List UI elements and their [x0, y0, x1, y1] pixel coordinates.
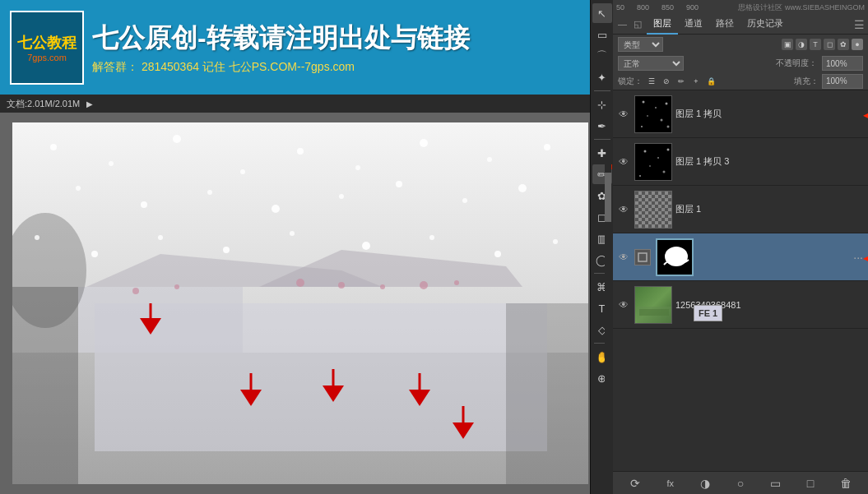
- svg-point-61: [644, 150, 647, 152]
- tool-separator-1: [594, 90, 610, 91]
- banner-subtitle: 解答群： 281450364 记住 七公PS.COM--7gps.com: [92, 60, 591, 75]
- scroll-thumb[interactable]: [605, 173, 611, 222]
- tab-paths[interactable]: 路径: [709, 15, 740, 35]
- layer-3-visibility[interactable]: 👁: [616, 202, 631, 217]
- svg-point-19: [141, 201, 147, 208]
- banner-title: 七公原创-转载请注明出处与链接: [92, 21, 591, 57]
- layer-item-3[interactable]: 👁 图层 1: [613, 186, 868, 233]
- fx-btn[interactable]: fx: [661, 474, 680, 492]
- panel-expand[interactable]: ◱: [632, 19, 643, 30]
- svg-point-29: [223, 247, 230, 253]
- tab-layers[interactable]: 图层: [647, 15, 678, 35]
- svg-point-24: [462, 198, 467, 203]
- svg-point-32: [429, 235, 434, 240]
- svg-point-35: [132, 288, 139, 294]
- right-ruler-800: 800: [637, 3, 649, 12]
- mask-btn[interactable]: ◑: [696, 474, 714, 492]
- svg-point-54: [655, 107, 657, 108]
- layer-type-select[interactable]: 类型: [618, 37, 663, 52]
- layer-item-2[interactable]: 👁 图层 1 拷贝 3: [613, 138, 868, 186]
- magic-wand-tool[interactable]: ✦: [592, 67, 612, 87]
- layer-item-1[interactable]: 👁 图层 1 拷贝 ◀: [613, 90, 868, 138]
- svg-point-12: [240, 169, 245, 174]
- filter-smart[interactable]: ✿: [838, 39, 849, 50]
- layer-4-mask-thumb: [656, 238, 694, 276]
- filter-toggle[interactable]: ●: [852, 39, 863, 50]
- fe-label: FE 1: [694, 305, 722, 321]
- svg-point-27: [91, 251, 98, 257]
- banner-logo: 七公教程 7gps.com: [10, 11, 84, 85]
- blend-mode-select[interactable]: 正常: [618, 56, 684, 71]
- eyedropper-tool[interactable]: ✒: [592, 116, 612, 136]
- group-btn[interactable]: ▭: [767, 474, 785, 492]
- svg-point-59: [667, 125, 670, 127]
- lock-image[interactable]: ✏: [675, 76, 687, 87]
- crop-tool[interactable]: ⊹: [592, 95, 612, 114]
- panel-menu-icon[interactable]: ☰: [854, 18, 865, 31]
- svg-point-40: [420, 281, 428, 289]
- layer-5-visibility[interactable]: 👁: [616, 298, 631, 312]
- svg-point-31: [362, 242, 370, 250]
- delete-layer-btn[interactable]: 🗑: [837, 474, 855, 492]
- svg-point-34: [553, 239, 558, 244]
- svg-point-57: [661, 118, 663, 121]
- layer-2-thumb: [634, 143, 672, 181]
- layer-2-visibility[interactable]: 👁: [616, 155, 631, 169]
- opacity-label: 不透明度：: [776, 58, 817, 69]
- layer-3-name: 图层 1: [675, 203, 865, 215]
- move-tool[interactable]: ↖: [592, 3, 612, 23]
- filter-type[interactable]: T: [810, 39, 821, 50]
- status-arrow[interactable]: ▶: [86, 99, 93, 108]
- lasso-tool[interactable]: ⌒: [592, 46, 612, 66]
- fill-label: 填充：: [794, 76, 819, 87]
- filter-adjust[interactable]: ◑: [796, 39, 807, 50]
- marquee-tool[interactable]: ▭: [592, 25, 612, 44]
- svg-point-36: [174, 284, 179, 289]
- svg-point-14: [355, 165, 360, 170]
- adjustment-btn[interactable]: ○: [731, 474, 750, 492]
- svg-point-26: [35, 235, 39, 240]
- layer-1-arrow: ◀: [863, 106, 868, 122]
- lock-transparent[interactable]: ⊘: [661, 76, 672, 87]
- svg-point-15: [420, 139, 428, 147]
- lock-position[interactable]: +: [690, 76, 702, 87]
- svg-point-33: [494, 251, 501, 257]
- svg-point-38: [338, 282, 345, 289]
- canvas-inner: [12, 122, 588, 484]
- fill-value[interactable]: 100%: [822, 74, 863, 89]
- svg-point-64: [649, 165, 651, 167]
- svg-point-39: [380, 284, 385, 289]
- healing-tool[interactable]: ✚: [592, 143, 612, 163]
- layers-bottom: ⟳ fx ◑ ○ ▭ □ 🗑: [613, 471, 868, 494]
- snow-scene: [12, 122, 588, 484]
- tab-history[interactable]: 历史记录: [740, 15, 790, 35]
- layer-1-visibility[interactable]: 👁: [616, 107, 631, 122]
- panel-minimize[interactable]: —: [616, 19, 629, 30]
- svg-rect-3: [78, 287, 243, 353]
- svg-rect-67: [638, 253, 647, 261]
- layer-item-5[interactable]: 👁 125: [613, 281, 868, 329]
- link-layers-btn[interactable]: ⟳: [626, 474, 644, 492]
- filter-pixel[interactable]: ▣: [782, 39, 793, 50]
- tab-channels[interactable]: 通道: [678, 15, 709, 35]
- svg-point-30: [290, 231, 295, 236]
- svg-point-13: [297, 148, 304, 155]
- svg-point-10: [109, 161, 114, 166]
- svg-point-18: [76, 186, 81, 191]
- layer-item-4[interactable]: 👁 ··· ◀: [613, 233, 868, 281]
- panel-tabs: — ◱ 图层 通道 路径 历史记录 ☰: [613, 15, 868, 35]
- layer-search: 类型 ▣ ◑ T ◻ ✿ ●: [613, 35, 868, 54]
- svg-point-41: [454, 280, 459, 285]
- scroll-indicator[interactable]: [605, 164, 611, 411]
- svg-point-16: [487, 157, 492, 162]
- lock-artboard[interactable]: 🔒: [705, 76, 717, 87]
- layer-4-visibility[interactable]: 👁: [616, 250, 631, 265]
- svg-point-20: [207, 190, 212, 195]
- new-layer-btn[interactable]: □: [801, 474, 819, 492]
- opacity-value[interactable]: 100%: [822, 56, 863, 71]
- layer-filter-icons: ▣ ◑ T ◻ ✿ ●: [782, 39, 863, 50]
- svg-point-63: [667, 148, 670, 150]
- filter-shape[interactable]: ◻: [824, 39, 835, 50]
- lock-all[interactable]: ☰: [646, 76, 657, 87]
- layer-2-name: 图层 1 拷贝 3: [675, 155, 865, 168]
